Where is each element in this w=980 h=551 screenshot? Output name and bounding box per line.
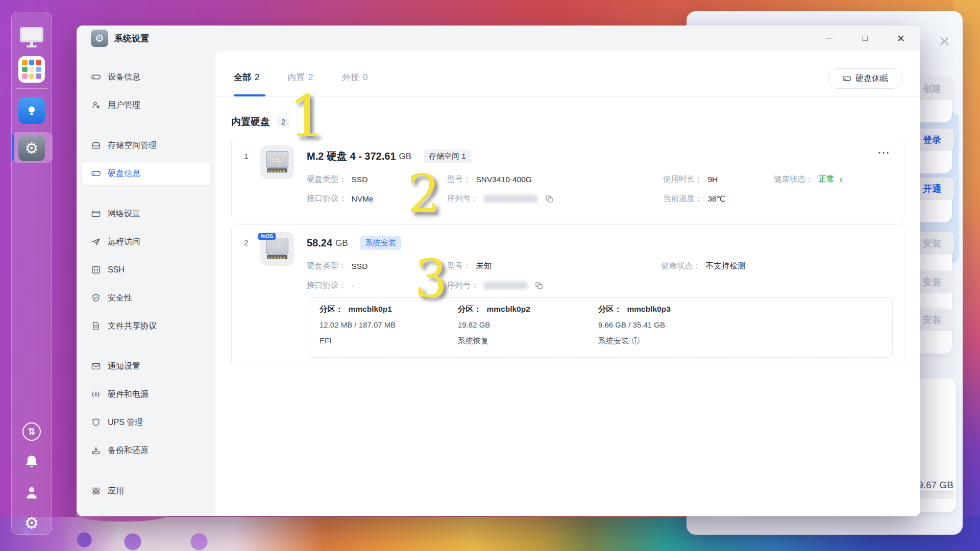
sidebar-item-network-settings[interactable]: 网络设置 xyxy=(82,203,210,225)
field-label: 接口协议： xyxy=(307,280,347,291)
settings-app-icon[interactable]: ⚙ xyxy=(18,135,45,161)
drive-icon xyxy=(842,74,851,83)
user-icon[interactable] xyxy=(22,483,41,503)
dock-divider xyxy=(16,88,48,89)
gear-icon[interactable]: ⚙ xyxy=(24,513,39,533)
desktop-icon[interactable] xyxy=(20,26,43,49)
shield-check-icon xyxy=(91,293,101,303)
partition-name: mmcblk0p1 xyxy=(349,305,392,313)
field-label: 健康状态： xyxy=(774,174,814,185)
sidebar-item-label: 安全性 xyxy=(108,293,132,304)
sidebar-item-label: 设备信息 xyxy=(108,72,140,83)
sidebar-item-file-sharing[interactable]: 文件共享协议 xyxy=(82,315,210,337)
health-status-value: 正常 xyxy=(819,174,835,185)
sidebar-item-disk-info[interactable]: 硬盘信息 xyxy=(82,162,210,185)
maximize-button[interactable]: □ xyxy=(853,26,877,51)
tab-label: 全部 xyxy=(234,72,251,82)
transfer-icon[interactable]: ⇅ xyxy=(22,422,41,441)
sidebar-item-label: 远程访问 xyxy=(108,237,140,247)
health-status-value: 不支持检测 xyxy=(706,261,746,271)
dock-active-indicator xyxy=(12,134,14,161)
sidebar-item-label: 用户管理 xyxy=(108,100,140,111)
disk-card-2: 2 fnOS SSD 58.24 GB 系统安装 硬盘类型：SSD 接口协议：-… xyxy=(231,224,904,366)
copy-icon[interactable] xyxy=(545,194,554,204)
sidebar-item-apps[interactable]: 应用 xyxy=(82,480,210,502)
sidebar-item-hardware-power[interactable]: 硬件和电源 xyxy=(82,383,210,406)
system-settings-window: ⚙ 系统设置 ─ □ ✕ 设备信息 用户管理 存储空间管理 硬盘信息 xyxy=(77,26,920,516)
tab-all[interactable]: 全部2 xyxy=(234,71,259,83)
disk-title: 58.24 xyxy=(307,237,332,249)
tab-internal[interactable]: 内置2 xyxy=(287,71,313,83)
field-value: NVMe xyxy=(352,194,374,204)
notifications-icon[interactable] xyxy=(22,453,41,472)
app-grid-glyph xyxy=(18,56,45,83)
sidebar-item-notification-settings[interactable]: 通知设置 xyxy=(82,355,210,378)
ssd-drive-icon: fnOS SSD xyxy=(260,232,294,266)
field-value: SNV3410-400G xyxy=(476,175,532,184)
disk-card-1: 1 SSD M.2 硬盘 4 - 372.61 GB 存储空间 1 ⋯ 硬盘类型… xyxy=(231,138,904,219)
partition-role: EFI xyxy=(320,336,331,345)
sidebar-item-label: 存储空间管理 xyxy=(108,140,157,151)
tips-app-icon[interactable] xyxy=(18,97,45,124)
serial-masked xyxy=(484,282,527,289)
partition-size: 9.66 GB / 35.41 GB xyxy=(598,320,665,329)
sidebar-item-label: 硬件和电源 xyxy=(108,389,149,400)
copy-icon[interactable] xyxy=(534,281,544,290)
health-status-link[interactable]: 健康状态： 正常 › xyxy=(774,174,842,185)
field-label: 型号： xyxy=(447,261,471,271)
annotation-number-1: 1 xyxy=(289,88,325,145)
tab-count: 2 xyxy=(255,72,259,82)
sidebar-item-backup-restore[interactable]: 备份和还原 xyxy=(82,439,210,462)
sidebar-item-ups[interactable]: UPS 管理 xyxy=(82,411,210,434)
app-launcher-icon[interactable] xyxy=(18,56,45,83)
disk-title-unit: GB xyxy=(399,152,412,162)
field-label: 健康状态： xyxy=(661,261,701,271)
sidebar-item-label: SSH xyxy=(108,265,125,274)
sidebar-item-ssh[interactable]: SSH xyxy=(82,259,210,281)
sidebar-item-user-management[interactable]: 用户管理 xyxy=(82,94,210,116)
tab-label: 外接 xyxy=(342,72,359,82)
tab-external[interactable]: 外接0 xyxy=(342,71,368,83)
sidebar-item-storage-management[interactable]: 存储空间管理 xyxy=(82,134,210,157)
sidebar-item-label: 硬盘信息 xyxy=(108,168,140,179)
close-button[interactable]: ✕ xyxy=(889,26,913,51)
minimize-button[interactable]: ─ xyxy=(818,26,841,51)
envelope-icon xyxy=(91,361,101,371)
disk-index: 2 xyxy=(244,238,248,247)
monitor-base xyxy=(27,45,37,47)
field-label: 硬盘类型： xyxy=(307,261,347,271)
partition-role: 系统恢复 xyxy=(458,336,488,346)
sidebar-item-label: UPS 管理 xyxy=(108,417,143,428)
disk-icon xyxy=(91,168,101,179)
tab-count: 2 xyxy=(308,72,313,82)
partition-name: mmcblk0p3 xyxy=(627,305,671,313)
serial-masked xyxy=(484,195,537,203)
tab-count: 0 xyxy=(363,72,368,82)
partition-name: mmcblk0p2 xyxy=(487,305,530,313)
sidebar-item-device-info[interactable]: 设备信息 xyxy=(82,66,210,88)
partition-label: 分区： xyxy=(598,305,622,313)
more-menu-icon[interactable]: ⋯ xyxy=(877,145,891,160)
document-icon xyxy=(91,321,101,331)
window-title: 系统设置 xyxy=(114,33,149,44)
disk-hibernate-button[interactable]: 硬盘休眠 xyxy=(828,68,902,89)
active-tab-indicator xyxy=(234,94,265,96)
info-icon[interactable]: ⓘ xyxy=(632,336,640,345)
sidebar-item-label: 备份和还原 xyxy=(108,445,149,456)
section-title: 内置硬盘 xyxy=(231,115,270,129)
sidebar-item-remote-access[interactable]: 远程访问 xyxy=(82,231,210,253)
storage-icon xyxy=(91,140,101,151)
tab-label: 内置 xyxy=(287,72,305,82)
partition-role: 系统安装ⓘ xyxy=(598,336,640,346)
power-icon xyxy=(91,389,101,399)
dock: ⚙ ⇅ ⚙ xyxy=(11,12,52,535)
sidebar-item-label: 文件共享协议 xyxy=(108,321,157,332)
sidebar-item-label: 通知设置 xyxy=(108,361,140,372)
sidebar-item-security[interactable]: 安全性 xyxy=(82,287,210,309)
close-icon[interactable]: ✕ xyxy=(939,35,950,49)
field-label: 序列号： xyxy=(447,193,479,204)
wallpaper-droplets xyxy=(0,514,357,551)
partition-box: 分区：mmcblk0p1 12.02 MB / 187.07 MB EFI 分区… xyxy=(309,297,893,358)
partition-size: 12.02 MB / 187.07 MB xyxy=(320,320,396,329)
field-value: 未知 xyxy=(476,261,492,271)
